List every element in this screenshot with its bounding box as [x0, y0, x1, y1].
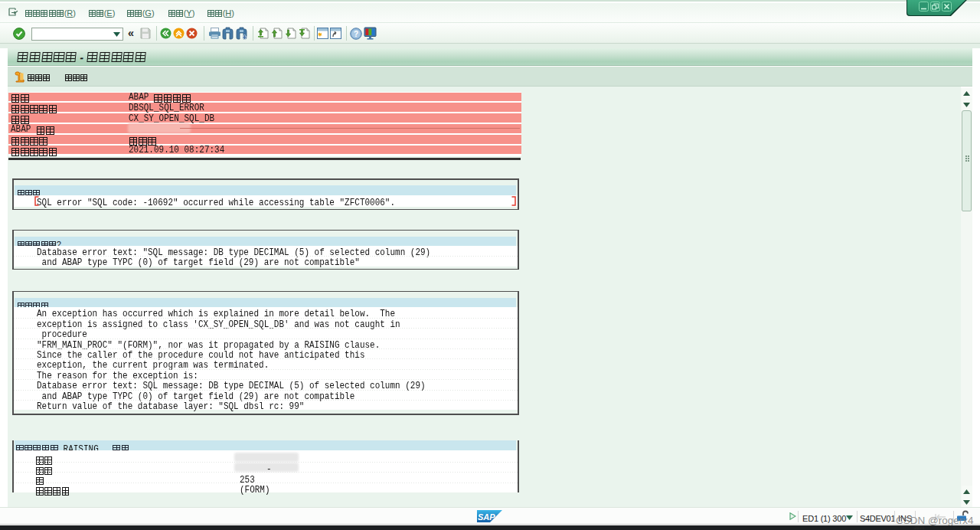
svg-text:SAP: SAP: [478, 512, 495, 522]
svg-text:?: ?: [354, 30, 358, 38]
